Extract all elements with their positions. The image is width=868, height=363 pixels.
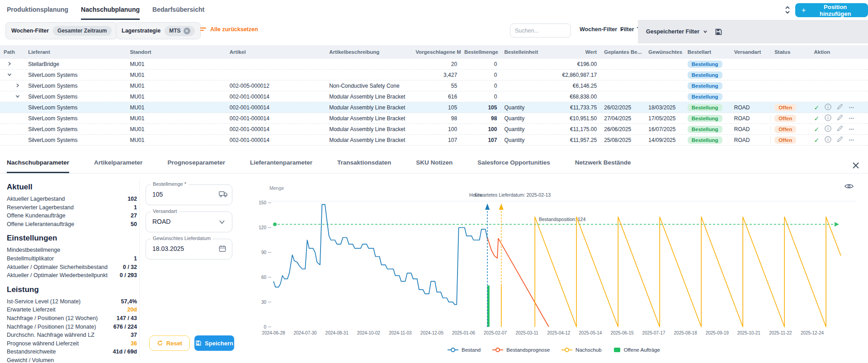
table-row[interactable]: SilverLoom SystemsMU01002-001-000014Modu…: [0, 102, 868, 113]
add-position-button[interactable]: + Position hinzufügen: [795, 3, 868, 17]
bestellart-chip: Bestellung: [688, 137, 722, 144]
x-tick-label: 2024-07-30: [294, 330, 317, 335]
cell-8: €6,146.25: [545, 83, 601, 89]
detail-tab-1[interactable]: Artikelparameter: [94, 148, 142, 173]
lieferdatum-value[interactable]: 18.03.2025: [152, 245, 184, 252]
close-panel-icon[interactable]: [852, 162, 859, 169]
wochen-filter-group[interactable]: Wochen-Filter Gesamter Zeitraum: [5, 22, 118, 39]
legend-item[interactable]: Bestand: [448, 347, 481, 353]
tab-bedarfsuebersicht[interactable]: Bedarfsübersicht: [152, 0, 204, 20]
stat-label: Mindestbestellmenge: [7, 246, 60, 255]
detail-tab-3[interactable]: Lieferantenparameter: [250, 148, 312, 173]
edit-pencil-icon[interactable]: [837, 125, 843, 133]
table-row[interactable]: SilverLoom SystemsMU01002-005-000012Non-…: [0, 80, 868, 91]
stats-section: EinstellungenMindestbestellmengeBestellm…: [7, 234, 137, 279]
column-header-7[interactable]: Bestelleinheit: [500, 49, 545, 55]
table-row[interactable]: SilverLoom SystemsMU01002-001-000014Modu…: [0, 135, 868, 146]
mts-chip[interactable]: MTS ✕: [165, 26, 194, 36]
stat-value: 0 / 32: [123, 263, 137, 272]
detail-tab-6[interactable]: Salesforce Opportunities: [477, 148, 550, 173]
legend-item[interactable]: Offene Aufträge: [613, 347, 660, 353]
cell-11: Bestellung: [684, 104, 731, 111]
collapse-chevron-icon[interactable]: [7, 72, 13, 78]
legend-item[interactable]: Bestandsprognose: [492, 347, 550, 353]
save-button[interactable]: Speichern: [194, 335, 234, 351]
chevron-down-icon[interactable]: [219, 218, 227, 226]
column-header-2[interactable]: Standort: [126, 49, 226, 55]
stat-label: Durchschn. Nachfrage während LZ: [7, 331, 94, 339]
column-header-11[interactable]: Bestellart: [684, 49, 731, 55]
reset-button[interactable]: Reset: [149, 335, 190, 351]
column-header-12[interactable]: Versandart: [731, 49, 770, 55]
info-icon[interactable]: [825, 104, 831, 112]
more-actions-icon[interactable]: ⋯: [849, 104, 854, 111]
detail-tab-4[interactable]: Transaktionsdaten: [337, 148, 391, 173]
replenishment-planning-app: Produktionsplanung Nachschubplanung Beda…: [0, 0, 868, 363]
save-filter-icon[interactable]: [715, 28, 722, 36]
column-header-6[interactable]: Bestellmenge: [461, 49, 500, 55]
refresh-icon: [157, 340, 163, 346]
expand-chevron-icon[interactable]: [15, 83, 21, 89]
approve-check-icon[interactable]: ✓: [814, 115, 820, 122]
detail-tab-0[interactable]: Nachschubparameter: [7, 148, 69, 173]
reset-all-label: Alle zurücksetzen: [210, 26, 258, 33]
detail-tab-5[interactable]: SKU Notizen: [416, 148, 453, 173]
column-header-13[interactable]: Status: [770, 49, 810, 55]
column-header-5[interactable]: Vorgeschlagene M...: [412, 49, 461, 55]
info-icon[interactable]: [825, 114, 831, 123]
table-row[interactable]: SilverLoom SystemsMU013,4270€2,860,987.1…: [0, 70, 868, 80]
collapse-chevron-icon[interactable]: [15, 94, 21, 100]
cell-11: Bestellung: [684, 82, 731, 90]
stat-value: 1: [134, 203, 137, 212]
bestellmenge-value[interactable]: 105: [152, 191, 163, 198]
calendar-icon[interactable]: [219, 245, 227, 253]
chart-visibility-eye-icon[interactable]: [844, 183, 854, 190]
bestandsposition-label: Bestandsposition: 124: [539, 217, 585, 222]
detail-tab-2[interactable]: Prognoseparameter: [167, 148, 225, 173]
lagerstrategie-label: Lagerstrategie: [122, 28, 160, 34]
edit-pencil-icon[interactable]: [837, 104, 843, 111]
column-header-8[interactable]: Wert: [545, 49, 601, 55]
column-header-4[interactable]: Artikelbeschreibung: [326, 49, 412, 55]
column-header-9[interactable]: Geplantes Be...: [600, 49, 645, 55]
column-header-10[interactable]: Gewünschtes ...: [645, 49, 684, 55]
zeitraum-chip[interactable]: Gesamter Zeitraum: [53, 26, 111, 36]
edit-pencil-icon[interactable]: [837, 114, 843, 122]
search-input[interactable]: [510, 24, 571, 38]
column-header-1[interactable]: Lieferant: [24, 49, 126, 55]
column-header-0[interactable]: Path: [0, 49, 24, 55]
reset-all-filters[interactable]: Alle zurücksetzen: [200, 26, 258, 33]
wochen-filter-dropdown[interactable]: Wochen-Filter: [580, 26, 624, 33]
versandart-select[interactable]: Versandart ROAD: [146, 212, 232, 232]
saved-filter-dropdown[interactable]: Gespeicherter Filter: [646, 28, 699, 35]
approve-check-icon[interactable]: ✓: [814, 137, 820, 144]
approve-check-icon[interactable]: ✓: [814, 104, 820, 111]
expand-collapse-icon[interactable]: [783, 5, 792, 14]
legend-item[interactable]: Nachschub: [561, 347, 602, 353]
replenishment-table: PathLieferantStandortArtikelArtikelbesch…: [0, 45, 868, 146]
chevron-down-icon[interactable]: [703, 29, 708, 34]
detail-tab-7[interactable]: Netzwerk Bestände: [575, 148, 631, 173]
table-row[interactable]: SilverLoom SystemsMU01002-001-000014Modu…: [0, 124, 868, 135]
more-actions-icon[interactable]: ⋯: [849, 126, 854, 132]
edit-pencil-icon[interactable]: [837, 136, 843, 144]
table-row[interactable]: StellarBridgeMU01200€196.00Bestellung: [0, 59, 868, 70]
bestellmenge-field[interactable]: Bestellmenge * 105: [146, 184, 232, 205]
more-actions-icon[interactable]: ⋯: [849, 137, 854, 143]
more-actions-icon[interactable]: ⋯: [849, 115, 854, 122]
tab-produktionsplanung[interactable]: Produktionsplanung: [7, 0, 68, 20]
remove-chip-icon[interactable]: ✕: [184, 28, 190, 34]
column-header-14[interactable]: Aktion: [811, 49, 868, 55]
info-icon[interactable]: [825, 125, 831, 133]
table-row[interactable]: SilverLoom SystemsMU01002-001-000014Modu…: [0, 113, 868, 124]
table-row[interactable]: SilverLoom SystemsMU01002-001-000014Modu…: [0, 91, 868, 102]
lagerstrategie-group[interactable]: Lagerstrategie MTS ✕: [116, 22, 201, 39]
approve-check-icon[interactable]: ✓: [814, 126, 820, 133]
lieferdatum-field[interactable]: Gewünschtes Lieferdatum 18.03.2025: [146, 239, 232, 259]
tab-nachschubplanung[interactable]: Nachschubplanung: [81, 0, 140, 20]
info-icon[interactable]: [825, 136, 831, 144]
cell-4: Non-Conductive Safety Cone: [326, 83, 412, 89]
expand-chevron-icon[interactable]: [7, 61, 13, 67]
column-header-3[interactable]: Artikel: [226, 49, 326, 55]
wochen-filter-label: Wochen-Filter: [11, 28, 49, 34]
